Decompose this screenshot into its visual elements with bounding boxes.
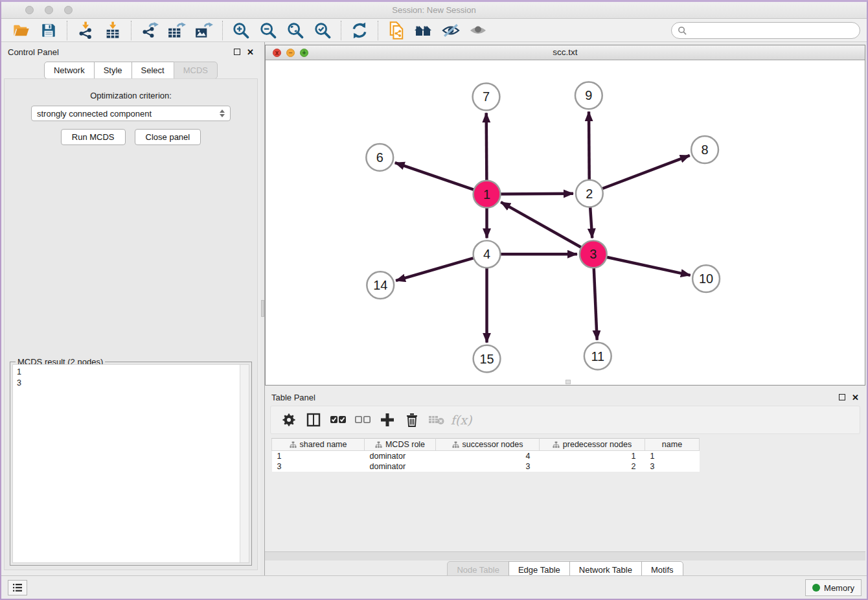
memory-label: Memory [824, 583, 854, 593]
cell-mcds-role[interactable]: dominator [365, 461, 436, 472]
run-mcds-button[interactable]: Run MCDS [61, 129, 126, 145]
import-table-icon[interactable] [103, 21, 122, 40]
show-details-icon[interactable] [468, 21, 488, 40]
table-row[interactable]: 1 dominator 4 1 1 [272, 451, 700, 461]
cell-predecessor-nodes[interactable]: 1 [540, 451, 645, 461]
toolbar-separator [67, 21, 67, 40]
close-table-panel-icon[interactable]: ✕ [852, 393, 859, 402]
cell-shared-name[interactable]: 1 [272, 451, 365, 461]
hide-details-icon[interactable] [441, 21, 461, 40]
export-image-icon[interactable] [194, 21, 214, 40]
graph-node-label: 6 [376, 150, 383, 165]
apply-function-icon[interactable]: f(x) [451, 410, 472, 430]
cell-predecessor-nodes[interactable]: 2 [540, 461, 645, 472]
cell-successor-nodes[interactable]: 3 [436, 461, 540, 472]
copy-share-view-icon[interactable] [387, 21, 406, 40]
mcds-result-area[interactable]: 1 3 [12, 364, 249, 563]
mcds-result-box: MCDS result (2 nodes) 1 3 [10, 362, 252, 566]
table-row[interactable]: 3 dominator 3 2 3 [272, 461, 700, 472]
delete-table-icon[interactable] [426, 410, 447, 430]
memory-button[interactable]: Memory [805, 579, 862, 596]
graph-edge-3-10[interactable] [606, 257, 690, 275]
toolbar-separator [222, 21, 223, 40]
graph-edge-3-1[interactable] [501, 202, 581, 248]
network-canvas[interactable]: 1234678910111415 [266, 60, 865, 385]
add-column-icon[interactable] [377, 410, 398, 430]
close-panel-button[interactable]: Close panel [135, 129, 201, 145]
cell-name[interactable]: 1 [645, 451, 700, 461]
refresh-view-icon[interactable] [350, 21, 369, 40]
graph-edge-1-6[interactable] [395, 163, 474, 190]
network-window-titlebar[interactable]: x – + scc.txt [266, 45, 865, 60]
graph-edge-4-14[interactable] [396, 258, 474, 281]
status-bar: Memory [1, 575, 867, 599]
cell-mcds-role[interactable]: dominator [365, 451, 436, 461]
float-panel-icon[interactable] [234, 49, 240, 55]
cell-shared-name[interactable]: 3 [272, 461, 365, 472]
zoom-in-icon[interactable] [231, 21, 251, 40]
graph-node-label: 4 [483, 247, 490, 261]
export-network-icon[interactable] [140, 21, 159, 40]
list-icon [12, 583, 23, 592]
task-history-button[interactable] [8, 580, 27, 595]
cell-successor-nodes[interactable]: 4 [436, 451, 540, 461]
table-scroll-strip[interactable] [265, 551, 865, 560]
table-settings-icon[interactable] [279, 410, 299, 430]
show-columns-icon[interactable] [303, 410, 324, 430]
save-session-icon[interactable] [39, 21, 58, 40]
network-window-grip[interactable] [565, 380, 571, 384]
tab-mcds[interactable]: MCDS [174, 62, 218, 79]
column-header-predecessor-nodes[interactable]: predecessor nodes [540, 439, 645, 451]
control-panel-tabs: Network Style Select MCDS [1, 62, 260, 79]
close-panel-icon[interactable]: ✕ [247, 47, 254, 57]
graph-edge-1-7[interactable] [486, 113, 487, 181]
table-panel-title: Table Panel [271, 393, 839, 402]
tree-icon [290, 441, 297, 448]
zoom-selected-icon[interactable] [313, 21, 332, 40]
zoom-fit-icon[interactable] [286, 21, 305, 40]
vertical-splitter[interactable] [260, 42, 265, 575]
graph-edge-1-2[interactable] [500, 194, 573, 194]
application-window: Session: New Session [0, 0, 868, 600]
home-layout-icon[interactable] [414, 21, 433, 40]
graph-node-label: 15 [479, 352, 494, 366]
tab-style[interactable]: Style [94, 62, 132, 79]
graph-node-label: 11 [591, 349, 604, 363]
graph-node-label: 9 [585, 88, 592, 102]
tab-network[interactable]: Network [44, 62, 95, 79]
graph-edge-2-9[interactable] [589, 111, 589, 180]
column-header-successor-nodes[interactable]: successor nodes [436, 439, 540, 451]
graph-edge-2-3[interactable] [590, 207, 592, 238]
tree-icon [375, 441, 382, 448]
splitter-grip[interactable] [261, 300, 264, 317]
tab-select[interactable]: Select [131, 62, 174, 79]
import-network-icon[interactable] [76, 21, 95, 40]
select-all-columns-icon[interactable] [328, 410, 348, 430]
control-panel-title: Control Panel [8, 47, 234, 57]
network-graph[interactable]: 1234678910111415 [266, 60, 865, 385]
open-session-icon[interactable] [12, 21, 31, 40]
node-table: shared name MCDS role successor nodes pr… [271, 438, 699, 472]
column-header-name[interactable]: name [645, 439, 700, 451]
column-header-mcds-role[interactable]: MCDS role [365, 439, 436, 451]
result-scrollbar[interactable] [240, 365, 249, 562]
graph-node-label: 8 [702, 143, 709, 157]
tree-icon [553, 441, 560, 448]
export-table-icon[interactable] [167, 21, 187, 40]
toolbar-separator [378, 21, 378, 40]
float-table-panel-icon[interactable] [839, 394, 845, 400]
zoom-out-icon[interactable] [258, 21, 278, 40]
graph-node-label: 2 [586, 187, 593, 201]
graph-node-label: 10 [699, 271, 713, 286]
column-header-shared-name[interactable]: shared name [272, 439, 365, 451]
graph-edge-3-11[interactable] [594, 268, 597, 340]
graph-edge-2-8[interactable] [602, 156, 689, 189]
search-input[interactable] [671, 22, 860, 39]
optimization-criterion-select[interactable]: strongly connected component [31, 106, 231, 121]
delete-column-icon[interactable] [402, 410, 422, 430]
cell-name[interactable]: 3 [645, 461, 700, 472]
deselect-all-columns-icon[interactable] [352, 410, 373, 430]
mcds-result-text: 1 3 [13, 365, 249, 391]
selected-criterion: strongly connected component [37, 109, 220, 119]
control-panel: Control Panel ✕ Network Style Select MCD… [1, 42, 260, 575]
